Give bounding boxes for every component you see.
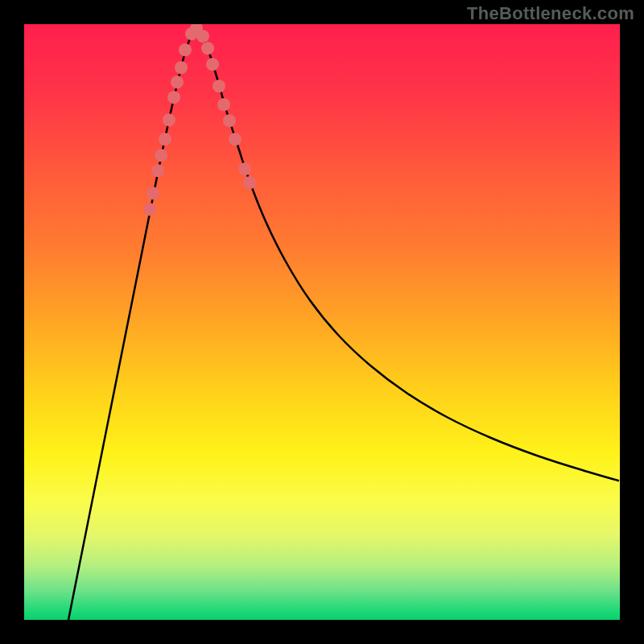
plot-area xyxy=(24,24,620,620)
chart-svg xyxy=(24,24,620,620)
marker-dot xyxy=(179,43,192,56)
marker-dot xyxy=(229,133,242,146)
marker-dot xyxy=(159,133,171,146)
marker-dot xyxy=(151,164,164,177)
marker-dot xyxy=(217,98,230,111)
marker-dot xyxy=(206,58,219,71)
watermark-label: TheBottleneck.com xyxy=(467,3,634,24)
marker-dot xyxy=(238,163,251,175)
marker-dot xyxy=(201,42,214,55)
marker-dot xyxy=(155,149,167,162)
marker-dot xyxy=(175,61,188,74)
marker-dot xyxy=(163,114,175,126)
marker-dot xyxy=(243,176,256,189)
chart-container: TheBottleneck.com xyxy=(0,0,644,644)
gradient-background xyxy=(24,24,620,620)
marker-dot xyxy=(223,114,236,127)
marker-dot xyxy=(171,76,184,89)
marker-dot xyxy=(167,91,180,104)
marker-dot xyxy=(143,203,156,216)
marker-dot xyxy=(213,80,225,93)
marker-dot xyxy=(147,187,159,200)
marker-dot xyxy=(196,30,209,43)
